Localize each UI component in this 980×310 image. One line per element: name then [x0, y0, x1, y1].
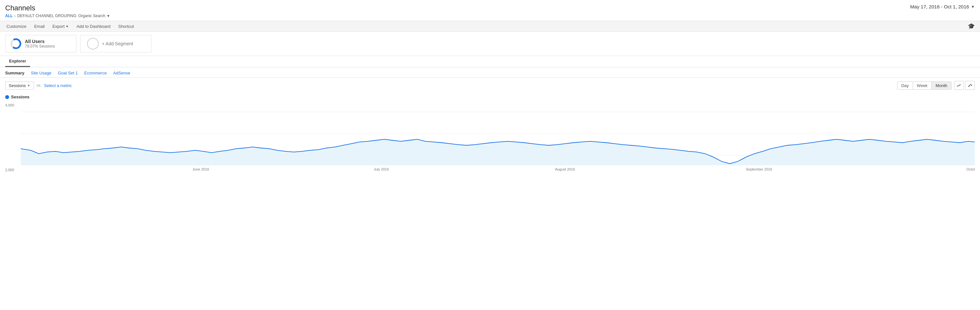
- scatter-chart-icon: [968, 83, 972, 88]
- breadcrumb-current: DEFAULT CHANNEL GROUPING: Organic Search: [17, 14, 105, 18]
- breadcrumb: ALL » DEFAULT CHANNEL GROUPING: Organic …: [0, 14, 980, 21]
- breadcrumb-separator: »: [14, 14, 16, 18]
- period-button-group: Day Week Month: [897, 81, 951, 90]
- vs-label: vs.: [37, 83, 41, 88]
- email-button[interactable]: Email: [33, 23, 46, 29]
- line-chart-svg: [21, 102, 975, 165]
- y-label-bottom: 2,000: [5, 168, 21, 172]
- svg-point-6: [971, 85, 972, 86]
- breadcrumb-dropdown-icon[interactable]: ▼: [107, 14, 110, 18]
- date-range[interactable]: May 17, 2016 - Oct 1, 2016 ▼: [910, 4, 975, 10]
- chart-metric-left: Sessions ▼ vs. Select a metric: [5, 81, 72, 90]
- all-users-name: All Users: [25, 39, 55, 44]
- legend-dot-icon: [5, 95, 9, 99]
- week-button[interactable]: Week: [913, 82, 932, 89]
- select-metric-link[interactable]: Select a metric: [44, 83, 72, 88]
- all-users-donut-icon: [10, 38, 22, 49]
- chart-view-buttons: [954, 81, 975, 90]
- subnav-ecommerce[interactable]: Ecommerce: [84, 70, 107, 75]
- all-users-segment[interactable]: All Users 78.07% Sessions: [5, 35, 76, 52]
- tab-bar: Explorer: [0, 56, 980, 67]
- scatter-chart-button[interactable]: [965, 81, 975, 90]
- all-users-info: All Users 78.07% Sessions: [25, 39, 55, 49]
- metric-dropdown-icon: ▼: [27, 84, 30, 87]
- all-users-pct: 78.07% Sessions: [25, 44, 55, 49]
- svg-point-5: [970, 84, 972, 85]
- date-range-text: May 17, 2016 - Oct 1, 2016: [910, 4, 969, 10]
- export-arrow-icon: ▼: [66, 25, 69, 28]
- month-button[interactable]: Month: [932, 82, 951, 89]
- graduation-cap-icon: 🎓: [968, 23, 975, 30]
- legend-label: Sessions: [11, 94, 29, 99]
- svg-point-4: [969, 86, 970, 86]
- x-label-october: Octol: [966, 167, 975, 171]
- chart-legend: Sessions: [5, 93, 975, 102]
- x-label-september: September 2016: [746, 167, 772, 171]
- line-chart-button[interactable]: [954, 81, 964, 90]
- export-button[interactable]: Export ▼: [51, 23, 70, 29]
- line-chart-icon: [957, 83, 961, 88]
- subnav-summary: Summary: [5, 70, 24, 75]
- chart-container: Sessions 4,000 2,000 June 2016 July 2016: [0, 93, 980, 173]
- page-header: Channels May 17, 2016 - Oct 1, 2016 ▼: [0, 0, 980, 14]
- y-label-top: 4,000: [5, 103, 21, 107]
- subnav-site-usage[interactable]: Site Usage: [31, 70, 51, 75]
- page-title: Channels: [5, 4, 35, 12]
- x-label-june: June 2016: [192, 167, 209, 171]
- subnav-goal-set-1[interactable]: Goal Set 1: [58, 70, 78, 75]
- add-segment-card[interactable]: + Add Segment: [80, 35, 151, 52]
- day-button[interactable]: Day: [897, 82, 913, 89]
- segment-bar: All Users 78.07% Sessions + Add Segment: [0, 32, 980, 56]
- toolbar-left: Customize Email Export ▼ Add to Dashboar…: [5, 23, 135, 29]
- toolbar: Customize Email Export ▼ Add to Dashboar…: [0, 21, 980, 32]
- customize-button[interactable]: Customize: [5, 23, 27, 29]
- x-label-july: July 2016: [374, 167, 389, 171]
- add-to-dashboard-button[interactable]: Add to Dashboard: [75, 23, 112, 29]
- chart-controls: Sessions ▼ vs. Select a metric Day Week …: [0, 78, 980, 93]
- metric-selector-button[interactable]: Sessions ▼: [5, 81, 34, 90]
- subnav-adsense[interactable]: AdSense: [113, 70, 130, 75]
- tab-explorer[interactable]: Explorer: [5, 56, 30, 67]
- chart-svg-area: [21, 102, 975, 165]
- chart-x-labels: June 2016 July 2016 August 2016 Septembe…: [21, 165, 975, 173]
- add-segment-circle-icon: [87, 38, 99, 49]
- shortcut-button[interactable]: Shortcut: [117, 23, 135, 29]
- chart-period-buttons: Day Week Month: [897, 81, 975, 90]
- breadcrumb-all[interactable]: ALL: [5, 14, 13, 18]
- chart-y-labels: 4,000 2,000: [5, 102, 21, 173]
- x-label-august: August 2016: [555, 167, 575, 171]
- subnav: Summary Site Usage Goal Set 1 Ecommerce …: [0, 67, 980, 78]
- add-segment-label: + Add Segment: [102, 41, 133, 46]
- chart-area: 4,000 2,000 June 2016 July 2016 August 2…: [5, 102, 975, 173]
- date-range-arrow-icon: ▼: [971, 5, 975, 9]
